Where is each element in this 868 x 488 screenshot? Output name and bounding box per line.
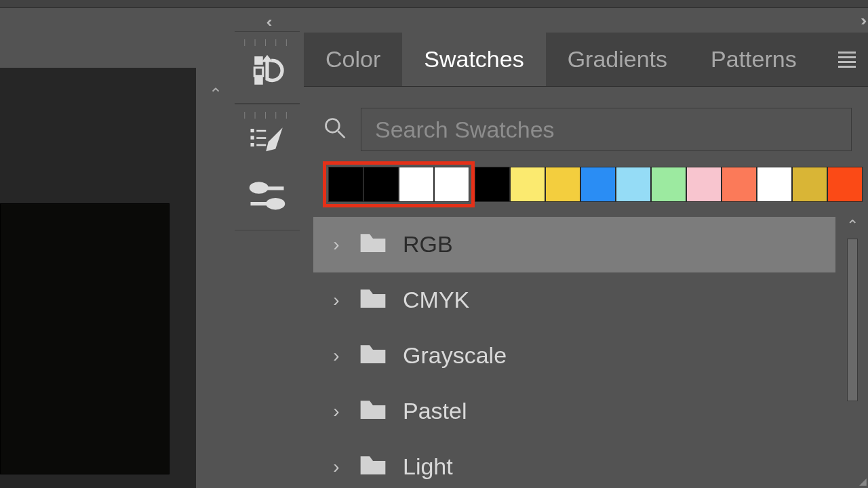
svg-rect-12 <box>251 202 269 205</box>
brush-presets-icon[interactable] <box>247 123 288 163</box>
folder-icon <box>359 397 387 426</box>
tab-gradients[interactable]: Gradients <box>546 33 689 86</box>
swatch-chip[interactable] <box>827 167 863 202</box>
folder-label: Light <box>403 453 453 480</box>
search-row <box>323 106 852 153</box>
folder-icon <box>359 342 387 370</box>
swatch-chip[interactable] <box>363 167 399 202</box>
svg-point-13 <box>266 198 285 210</box>
folder-row-light[interactable]: ›Light <box>313 439 835 488</box>
folder-scrollbar[interactable]: ⌃ <box>845 217 860 488</box>
document-area-gap <box>0 8 197 68</box>
search-swatches-input[interactable] <box>375 117 837 143</box>
folder-icon <box>359 286 387 314</box>
recent-swatches-highlight <box>323 161 475 207</box>
swatch-chip[interactable] <box>434 167 469 202</box>
search-icon <box>323 116 347 143</box>
panel-grip-icon[interactable]: | | | | | <box>235 111 300 119</box>
collapse-panel-right-icon[interactable]: ›› <box>861 12 863 30</box>
svg-line-15 <box>338 131 345 138</box>
swatch-chip[interactable] <box>580 167 616 202</box>
history-icon[interactable] <box>247 50 288 91</box>
folder-row-cmyk[interactable]: ›CMYK <box>313 272 835 328</box>
folder-label: RGB <box>403 231 453 258</box>
folder-label: CMYK <box>403 287 469 313</box>
swatch-chip[interactable] <box>616 167 651 202</box>
swatch-chip[interactable] <box>510 167 545 202</box>
svg-rect-4 <box>251 129 254 132</box>
folder-label: Pastel <box>403 398 467 424</box>
svg-rect-1 <box>254 68 263 76</box>
chevron-right-icon[interactable]: › <box>330 289 343 311</box>
panel-grip-icon[interactable]: | | | | | <box>235 39 300 46</box>
panel-tabs: Color Swatches Gradients Patterns <box>304 33 868 87</box>
panel-menu-button[interactable] <box>838 33 868 86</box>
svg-rect-0 <box>254 56 263 65</box>
panel-gutter <box>196 8 231 488</box>
chevron-right-icon[interactable]: › <box>330 345 343 367</box>
swatch-chip[interactable] <box>792 167 827 202</box>
swatch-chip[interactable] <box>399 167 434 202</box>
svg-rect-5 <box>256 130 266 132</box>
panel-header: ›› <box>304 9 868 31</box>
svg-rect-6 <box>251 136 254 140</box>
folder-row-grayscale[interactable]: ›Grayscale <box>313 328 835 384</box>
swatch-chip[interactable] <box>686 167 722 202</box>
app-titlebar-fragment <box>0 0 868 8</box>
svg-point-10 <box>250 182 269 194</box>
folder-icon <box>359 453 387 481</box>
collapse-panels-caret-icon[interactable]: ⌃ <box>209 85 222 104</box>
hamburger-icon <box>838 49 856 70</box>
svg-rect-7 <box>256 137 266 139</box>
swatch-chip[interactable] <box>757 167 792 202</box>
folder-icon <box>359 230 387 259</box>
resize-grip-icon[interactable]: ◢ <box>859 476 865 487</box>
tab-swatches[interactable]: Swatches <box>402 33 545 86</box>
folder-label: Grayscale <box>403 342 507 369</box>
recent-swatches-row <box>323 160 852 209</box>
swatch-chip[interactable] <box>722 167 757 202</box>
tab-patterns[interactable]: Patterns <box>689 33 818 86</box>
canvas-preview <box>0 203 170 474</box>
swatch-folder-list: ›RGB›CMYK›Grayscale›Pastel›Light <box>313 217 835 488</box>
swatch-chip[interactable] <box>475 167 510 202</box>
swatch-chip[interactable] <box>545 167 580 202</box>
recent-swatches-rest <box>475 167 863 202</box>
folder-row-pastel[interactable]: ›Pastel <box>313 384 835 439</box>
swatch-chip[interactable] <box>651 167 686 202</box>
svg-rect-8 <box>251 143 254 146</box>
folder-row-rgb[interactable]: ›RGB <box>313 217 835 272</box>
svg-marker-3 <box>262 55 273 62</box>
svg-point-14 <box>326 119 340 133</box>
brush-settings-icon[interactable] <box>247 177 288 218</box>
chevron-right-icon[interactable]: › <box>330 401 343 422</box>
svg-rect-11 <box>266 186 283 190</box>
collapsed-panel-strip: ‹‹ | | | | | | | | | | <box>235 9 300 484</box>
chevron-right-icon[interactable]: › <box>330 456 343 478</box>
expand-strip-left-icon[interactable]: ‹‹ <box>235 14 300 31</box>
svg-rect-2 <box>254 76 263 85</box>
scroll-up-icon[interactable]: ⌃ <box>845 217 860 235</box>
scroll-thumb[interactable] <box>847 239 858 401</box>
tab-color[interactable]: Color <box>304 33 402 86</box>
svg-rect-9 <box>256 144 266 146</box>
search-swatches-input-wrapper[interactable] <box>361 108 852 151</box>
swatch-chip[interactable] <box>328 167 363 202</box>
chevron-right-icon[interactable]: › <box>330 234 343 256</box>
